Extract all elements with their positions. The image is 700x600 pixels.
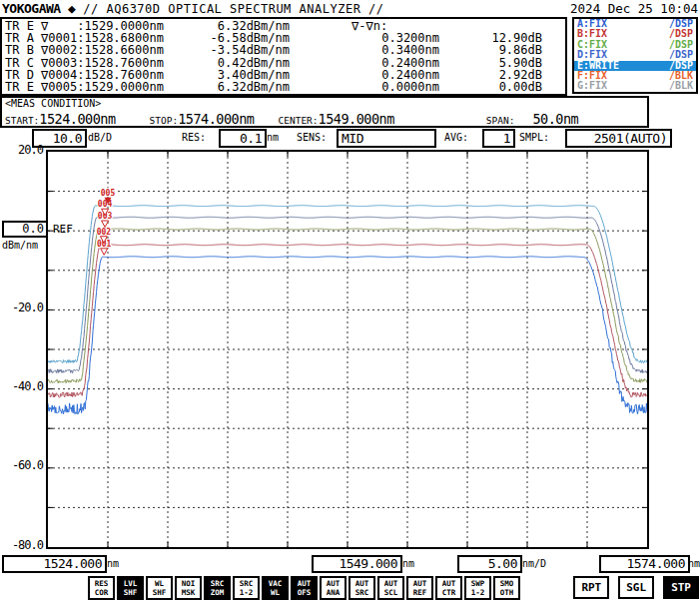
trace-marker-delta-wl: 0.3400nm [290,44,439,56]
softkey-line1: AUT [293,579,316,588]
softkey-line1: VAC [264,579,287,588]
meas-field-span: SPAN:50.0nm [486,109,578,128]
trace-marker-delta-wl: 0.2400nm [290,57,439,69]
trace-slot-mode: /DSP [669,50,693,60]
meas-condition-title: <MEAS CONDITION> [2,98,647,109]
average-field[interactable]: 1 [482,129,515,148]
trace-slot-d[interactable]: D:FIX/DSP [574,50,696,60]
softkey-aut-ref[interactable]: AUTREF [406,576,433,600]
ref-level-box[interactable]: 0.0 [2,221,49,238]
run-key-row: RPTSGLSTP [573,576,699,599]
softkey-line2: COR [90,588,113,597]
resolution-label: RES: [182,132,206,143]
softkey-line2: REF [408,588,431,597]
meas-field-value[interactable]: 1524.000nm [39,111,115,127]
softkey-line2: SHF [119,588,142,597]
y-axis-label: -40.0 [0,380,43,393]
softkey-line1: NOI [177,579,200,588]
level-scale-unit: dB/D [88,132,112,143]
meas-condition-fields: START:1524.000nmSTOP:1574.000nmCENTER:15… [2,109,647,128]
sampling-field[interactable]: 2501(AUTO) [565,129,672,148]
sensitivity-field[interactable]: MID [337,129,436,148]
trace-marker-id: TR C ∇0003:1528.7600nm [2,57,182,69]
softkey-line1: SMO [495,579,518,588]
x-scale-unit: nm/D [522,558,546,569]
trace-slot-label: D:FIX [577,50,607,60]
spectrum-plot: 001002003004005 [48,152,647,547]
trace-slot-g[interactable]: G:FIX/BLK [574,81,696,91]
trace-marker-delta-wl: 0.0000nm [290,81,439,93]
softkey-aut-scl[interactable]: AUTSCL [377,576,404,600]
meas-field-center: CENTER:1549.000nm [279,109,394,128]
x-start-unit: nm [107,558,119,569]
softkey-swp-1-2[interactable]: SWP1-2 [464,576,491,600]
runkey-sgl[interactable]: SGL [618,576,654,599]
x-center-unit: nm [402,558,414,569]
ref-label: REF [53,224,73,236]
soft-key-row: RESCORLVLSHFWLSHFNOIMSKSRCZOMSRC1-2VACWL… [88,576,520,600]
x-scale-field[interactable]: 5.00 [457,555,522,573]
softkey-line1: SRC [235,579,258,588]
softkey-line2: SRC [350,588,373,597]
softkey-line1: SRC [206,579,229,588]
softkey-src-1-2[interactable]: SRC1-2 [233,576,260,600]
softkey-smo-oth[interactable]: SMOOTH [493,576,520,600]
softkey-line1: AUT [322,579,345,588]
resolution-unit: nm [267,132,279,143]
softkey-vac-wl[interactable]: VACWL [262,576,289,600]
meas-field-label: START: [5,115,39,126]
title-bar: YOKOGAWA ◆ // AQ6370D OPTICAL SPECTRUM A… [0,0,700,17]
softkey-src-zom[interactable]: SRCZOM [204,576,231,600]
runkey-rpt[interactable]: RPT [573,576,609,599]
x-center-field[interactable]: 1549.000 [312,555,402,573]
trace-readout-row: TR E ∇0005:1529.0000nm6.32dBm/nm0.0000nm… [2,81,565,93]
trace-readout-row: TR C ∇0003:1528.7600nm0.42dBm/nm0.2400nm… [2,57,565,69]
softkey-line2: OFS [293,588,316,597]
softkey-aut-ctr[interactable]: AUTCTR [435,576,462,600]
svg-text:002: 002 [97,228,112,237]
softkey-line2: 1-2 [235,588,258,597]
datetime: 2024 Dec 25 10:04 [570,1,698,16]
spectrum-chart[interactable]: 001002003004005 [46,150,649,549]
runkey-stp[interactable]: STP [663,576,699,599]
trace-marker-id: TR E ∇0005:1529.0000nm [2,81,182,93]
trace-status-panel: A:FIX/DSPB:FIX/DSPC:FIX/DSPD:FIX/DSPE:WR… [572,17,698,94]
y-axis-label: 20.0 [0,144,43,157]
trace-marker-level: -3.54dBm/nm [182,44,290,56]
softkey-line2: OTH [495,588,518,597]
meas-field-label: SPAN: [486,115,515,126]
meas-field-start: START:1524.000nm [5,109,116,128]
softkey-line2: ANA [322,588,345,597]
trace-slot-mode: /BLK [669,81,693,91]
meas-field-label: STOP: [150,115,179,126]
trace-slot-label: G:FIX [577,81,607,91]
softkey-line1: AUT [379,579,402,588]
softkey-lvl-shf[interactable]: LVLSHF [117,576,144,600]
y-axis-label: -60.0 [0,459,43,472]
softkey-wl-shf[interactable]: WLSHF [146,576,173,600]
trace-readout-row: TR B ∇0002:1528.6600nm-3.54dBm/nm0.3400n… [2,44,565,56]
svg-text:005: 005 [101,189,116,198]
softkey-noi-msk[interactable]: NOIMSK [175,576,202,600]
sampling-label: SMPL: [519,132,549,143]
average-label: AVG: [444,132,468,143]
softkey-line2: 1-2 [466,588,489,597]
meas-field-value[interactable]: 50.0nm [532,111,578,127]
y-axis-label: -80.0 [0,539,43,552]
meas-field-value[interactable]: 1549.000nm [319,111,394,127]
softkey-aut-ana[interactable]: AUTANA [320,576,347,600]
softkey-aut-ofs[interactable]: AUTOFS [291,576,318,600]
trace-marker-delta-level: 5.90dB [439,57,542,69]
softkey-res-cor[interactable]: RESCOR [88,576,115,600]
x-stop-field[interactable]: 1574.000 [599,555,690,573]
x-start-field[interactable]: 1524.000 [2,555,107,573]
marker-readout-table: TR E ∇ :1529.0000nm6.32dBm/nm∇-∇n:TR A ∇… [0,17,567,96]
softkey-aut-src[interactable]: AUTSRC [349,576,375,600]
y-axis-label: -20.0 [0,301,43,314]
resolution-field[interactable]: 0.1 [219,129,267,148]
trace-marker-delta-level: 9.86dB [439,44,542,56]
softkey-line2: MSK [177,588,200,597]
softkey-line1: RES [90,579,113,588]
softkey-line2: SCL [379,588,402,597]
meas-field-value[interactable]: 1574.000nm [178,111,254,127]
